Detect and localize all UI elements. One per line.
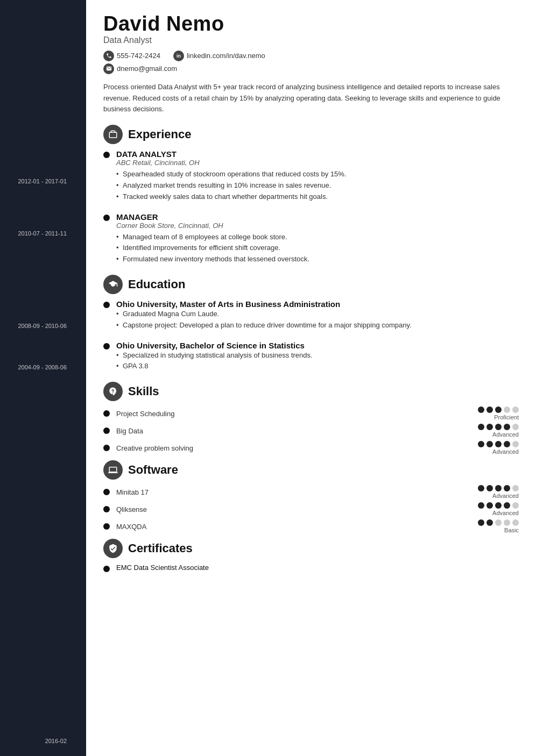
cert-item-0: EMC Data Scientist Associate: [116, 564, 519, 572]
skills-list: Project SchedulingProficientBig DataAdva…: [103, 406, 519, 455]
skill-rating: Advanced: [478, 485, 519, 499]
exp-title-0: DATA ANALYST: [116, 149, 519, 159]
experience-title: Experience: [128, 127, 191, 141]
education-title: Education: [128, 277, 185, 291]
skill-dot: [103, 506, 110, 512]
skills-title: Skills: [128, 384, 159, 398]
skill-dot: [103, 489, 110, 495]
table-row: EMC Data Scientist Associate: [103, 564, 519, 572]
list-item: Specialized in studying statistical anal…: [116, 350, 519, 361]
skill-dots: [478, 485, 519, 491]
person-name: David Nemo: [103, 13, 519, 35]
skills-section-header: Skills: [103, 382, 519, 401]
sidebar: 2012-01 - 2017-01 2010-07 - 2011-11 2008…: [0, 0, 86, 756]
education-section-header: Education: [103, 275, 519, 294]
exp-date-2: 2010-07 - 2011-11: [0, 230, 86, 238]
skill-dots: [478, 424, 519, 430]
skill-dot: [103, 523, 110, 530]
dot-col: [103, 212, 110, 265]
phone-text: 555-742-2424: [117, 52, 160, 60]
list-item: GPA 3.8: [116, 361, 519, 372]
exp-bullets-1: Managed team of 8 employees at college b…: [116, 232, 519, 265]
table-row: Ohio University, Master of Arts in Busin…: [103, 299, 519, 331]
skill-dot: [103, 445, 110, 451]
list-item: Identified improvements for efficient sh…: [116, 243, 519, 254]
skill-dot: [103, 427, 110, 434]
skills-icon: [103, 382, 123, 401]
list-item: Project SchedulingProficient: [103, 406, 519, 420]
list-item: Formulated new inventory methods that le…: [116, 254, 519, 265]
experience-section-header: Experience: [103, 125, 519, 144]
list-item: MAXQDABasic: [103, 519, 519, 533]
monitor-icon: [103, 460, 123, 480]
skill-rating: Basic: [478, 519, 519, 533]
exp-date-1: 2012-01 - 2017-01: [0, 177, 86, 186]
exp-title-1: MANAGER: [116, 212, 519, 222]
dot-col: [103, 299, 110, 331]
summary-text: Process oriented Data Analyst with 5+ ye…: [103, 82, 519, 115]
dot-col: [103, 341, 110, 373]
exp-item-0: DATA ANALYST ABC Retail, Cincinnati, OH …: [116, 149, 519, 202]
skill-rating: Advanced: [478, 424, 519, 438]
edu-date-1: 2008-09 - 2010-06: [0, 322, 86, 330]
linkedin-icon: in: [173, 51, 184, 61]
software-title: Software: [128, 463, 178, 477]
list-item: Big DataAdvanced: [103, 424, 519, 438]
skill-rating: Advanced: [478, 441, 519, 455]
skill-name: Minitab 17: [116, 488, 478, 496]
list-item: Managed team of 8 employees at college b…: [116, 232, 519, 243]
edu-item-0: Ohio University, Master of Arts in Busin…: [116, 299, 519, 331]
phone-contact: 555-742-2424: [103, 51, 160, 61]
skill-dots: [478, 406, 519, 413]
education-list: Ohio University, Master of Arts in Busin…: [103, 299, 519, 372]
briefcase-icon: [103, 125, 123, 144]
skill-name: Project Scheduling: [116, 410, 478, 418]
email-icon: [103, 63, 114, 74]
graduation-icon: [103, 275, 123, 294]
phone-icon: [103, 51, 114, 61]
cert-date-1: 2016-02: [0, 737, 86, 756]
dot-col: [103, 564, 110, 572]
list-item: QliksenseAdvanced: [103, 502, 519, 516]
edu-title-1: Ohio University, Bachelor of Science in …: [116, 341, 519, 350]
contact-row-1: 555-742-2424 in linkedin.com/in/dav.nemo: [103, 51, 519, 61]
skill-name: MAXQDA: [116, 523, 478, 531]
edu-bullets-0: Graduated Magna Cum Laude. Capstone proj…: [116, 309, 519, 331]
experience-list: DATA ANALYST ABC Retail, Cincinnati, OH …: [103, 149, 519, 265]
certificate-icon: [103, 539, 123, 558]
certificates-title: Certificates: [128, 541, 193, 555]
list-item: Creative problem solvingAdvanced: [103, 441, 519, 455]
skill-level-label: Proficient: [494, 414, 519, 420]
timeline-dot: [103, 215, 110, 221]
skill-level-label: Advanced: [492, 448, 519, 455]
header: David Nemo Data Analyst 555-742-2424 in …: [103, 13, 519, 74]
edu-item-1: Ohio University, Bachelor of Science in …: [116, 341, 519, 373]
exp-bullets-0: Spearheaded study of stockroom operation…: [116, 169, 519, 202]
skill-dots: [478, 519, 519, 526]
linkedin-text: linkedin.com/in/dav.nemo: [187, 52, 265, 60]
edu-title-0: Ohio University, Master of Arts in Busin…: [116, 299, 519, 309]
edu-bullets-1: Specialized in studying statistical anal…: [116, 350, 519, 373]
timeline-dot: [103, 302, 110, 308]
email-contact: dnemo@gmail.com: [103, 63, 177, 74]
exp-company-1: Corner Book Store, Cincinnati, OH: [116, 222, 519, 230]
table-row: DATA ANALYST ABC Retail, Cincinnati, OH …: [103, 149, 519, 202]
skill-level-label: Advanced: [492, 431, 519, 438]
skill-level-label: Basic: [504, 527, 519, 533]
linkedin-contact: in linkedin.com/in/dav.nemo: [173, 51, 265, 61]
skill-level-label: Advanced: [492, 510, 519, 516]
main-content: David Nemo Data Analyst 555-742-2424 in …: [86, 0, 536, 756]
certificates-section-header: Certificates: [103, 539, 519, 558]
list-item: Tracked weekly sales data to chart wheth…: [116, 191, 519, 203]
list-item: Capstone project: Developed a plan to re…: [116, 320, 519, 331]
skill-level-label: Advanced: [492, 493, 519, 499]
exp-item-1: MANAGER Corner Book Store, Cincinnati, O…: [116, 212, 519, 265]
list-item: Minitab 17Advanced: [103, 485, 519, 499]
table-row: MANAGER Corner Book Store, Cincinnati, O…: [103, 212, 519, 265]
list-item: Graduated Magna Cum Laude.: [116, 309, 519, 320]
list-item: Analyzed market trends resulting in 10% …: [116, 180, 519, 191]
skill-rating: Advanced: [478, 502, 519, 516]
cert-title-0: EMC Data Scientist Associate: [116, 564, 519, 572]
timeline-dot: [103, 566, 110, 572]
person-job-title: Data Analyst: [103, 35, 519, 45]
